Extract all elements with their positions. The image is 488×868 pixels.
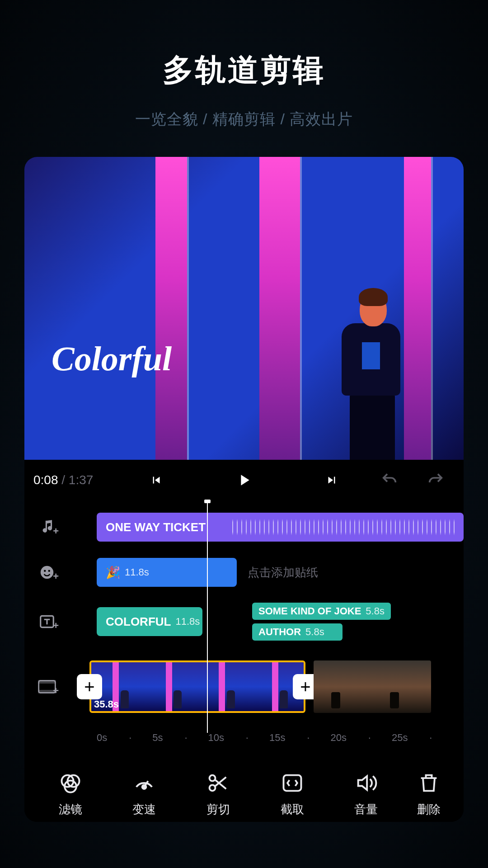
text-clip-sub2[interactable]: AUTHOR 5.8s	[252, 623, 343, 641]
preview-art	[155, 157, 187, 460]
scissors-icon	[206, 771, 230, 795]
svg-rect-16	[283, 775, 301, 791]
video-track: + + + 35.8s	[24, 653, 464, 720]
music-track: + ONE WAY TICKET	[24, 509, 464, 545]
page-subtitle: 一览全貌 / 精确剪辑 / 高效出片	[0, 109, 488, 130]
current-time: 0:08	[33, 473, 58, 487]
video-preview[interactable]: Colorful	[24, 157, 464, 460]
video-thumb	[145, 662, 198, 711]
tool-label: 截取	[281, 802, 304, 817]
svg-point-1	[44, 570, 46, 572]
preview-subject	[324, 288, 409, 460]
tool-label: 删除	[417, 802, 441, 817]
plus-icon: +	[53, 685, 59, 697]
video-clip-selected[interactable]: + + 35.8s	[89, 660, 305, 713]
sticker-emoji: 🎉	[106, 566, 120, 580]
text-track: + COLORFUL 11.8s SOME KIND OF JOKE 5.8s …	[24, 600, 464, 643]
crop-tool[interactable]: 截取	[263, 771, 322, 817]
total-time: 1:37	[69, 473, 94, 487]
sticker-track: + 🎉 11.8s 点击添加贴纸	[24, 555, 464, 590]
preview-art	[259, 157, 300, 460]
add-text-icon[interactable]: +	[33, 608, 61, 635]
text-clip-label: COLORFUL	[106, 615, 171, 629]
crop-icon	[280, 771, 305, 795]
time-display: 0:08 / 1:37	[33, 473, 93, 487]
volume-tool[interactable]: 音量	[337, 771, 395, 817]
ruler-tick: 15s	[269, 732, 285, 744]
plus-icon: +	[53, 525, 59, 537]
ruler-tick: 10s	[208, 732, 224, 744]
video-editor: Colorful 0:08 / 1:37	[24, 157, 464, 822]
preview-text-overlay: Colorful	[52, 339, 172, 378]
video-thumb	[314, 660, 372, 713]
svg-point-2	[48, 570, 50, 572]
cut-tool[interactable]: 剪切	[189, 771, 248, 817]
video-clip-2[interactable]	[314, 660, 431, 713]
ruler-tick: 20s	[330, 732, 346, 744]
filter-icon	[58, 771, 83, 795]
text-clip-duration: 5.8s	[305, 626, 324, 638]
speed-tool[interactable]: 变速	[115, 771, 174, 817]
tool-label: 滤镜	[59, 802, 82, 817]
page-title: 多轨道剪辑	[0, 50, 488, 91]
delete-tool[interactable]: 删除	[411, 771, 447, 817]
timeline-tracks: + ONE WAY TICKET + 🎉 11.8s 点击添加贴纸 +	[24, 500, 464, 757]
text-clip-main[interactable]: COLORFUL 11.8s	[97, 607, 202, 636]
text-clip-duration: 11.8s	[175, 616, 200, 627]
filter-tool[interactable]: 滤镜	[41, 771, 100, 817]
bottom-toolbar: 滤镜 变速 剪切 截取 音量	[24, 757, 464, 822]
speed-icon	[132, 771, 156, 795]
prev-button[interactable]	[146, 470, 166, 490]
tool-label: 音量	[354, 802, 378, 817]
svg-point-0	[41, 566, 54, 579]
playhead[interactable]	[207, 500, 208, 733]
sticker-clip[interactable]: 🎉 11.8s	[97, 558, 237, 587]
music-clip[interactable]: ONE WAY TICKET	[97, 513, 464, 542]
text-clip-duration: 5.8s	[366, 605, 385, 617]
ruler-tick: 25s	[392, 732, 408, 744]
ruler-tick: 5s	[152, 732, 163, 744]
add-sticker-icon[interactable]: +	[33, 559, 61, 586]
trash-icon	[417, 771, 441, 795]
undo-button[interactable]	[380, 470, 399, 490]
svg-rect-5	[39, 681, 56, 683]
add-sticker-placeholder[interactable]: 点击添加贴纸	[237, 565, 464, 580]
text-clip-label: SOME KIND OF JOKE	[258, 605, 361, 617]
add-music-icon[interactable]: +	[33, 514, 61, 541]
text-clip-sub1[interactable]: SOME KIND OF JOKE 5.8s	[252, 603, 391, 620]
redo-button[interactable]	[426, 470, 446, 490]
time-ruler: 0s 5s 10s 15s 20s 25s	[24, 732, 464, 744]
video-thumb	[197, 662, 251, 711]
tool-label: 变速	[132, 802, 156, 817]
video-thumb	[372, 660, 431, 713]
tool-label: 剪切	[206, 802, 230, 817]
plus-icon: +	[53, 571, 59, 582]
ruler-tick: 0s	[97, 732, 107, 744]
playback-controls: 0:08 / 1:37	[24, 460, 464, 500]
music-clip-label: ONE WAY TICKET	[106, 520, 206, 534]
volume-icon	[354, 771, 378, 795]
add-video-icon[interactable]: +	[33, 673, 61, 700]
add-clip-before[interactable]: +	[77, 674, 102, 699]
next-button[interactable]	[322, 470, 342, 490]
sticker-duration: 11.8s	[125, 566, 149, 578]
play-button[interactable]	[234, 470, 254, 490]
video-clip-duration: 35.8s	[94, 698, 119, 710]
text-clip-label: AUTHOR	[258, 626, 301, 638]
plus-icon: +	[53, 620, 59, 632]
